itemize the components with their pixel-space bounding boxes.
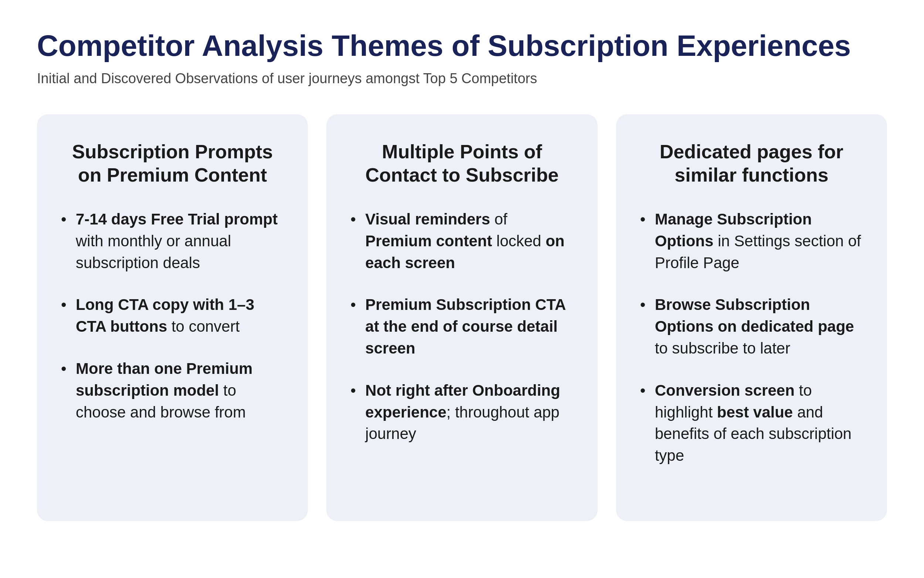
bold-text: Browse Subscription Options on dedicated… — [655, 296, 854, 335]
card-multiple-points: Multiple Points ofContact to Subscribe V… — [326, 114, 597, 521]
page-header: Competitor Analysis Themes of Subscripti… — [37, 29, 887, 88]
list-item: Premium Subscription CTA at the end of c… — [350, 294, 573, 359]
bold-text: Conversion screen — [655, 382, 795, 399]
card-3-title: Dedicated pages forsimilar functions — [640, 140, 863, 187]
list-item: Long CTA copy with 1–3 CTA buttons to co… — [61, 294, 284, 338]
list-item: Conversion screen to highlight best valu… — [640, 380, 863, 467]
card-1-list: 7-14 days Free Trial prompt with monthly… — [61, 209, 284, 423]
list-item: 7-14 days Free Trial prompt with monthly… — [61, 209, 284, 274]
bold-text: 7-14 days Free Trial prompt — [76, 210, 278, 228]
list-item: More than one Premium subscription model… — [61, 358, 284, 423]
card-1-title: Subscription Promptson Premium Content — [61, 140, 284, 187]
normal-text: with monthly or annual subscription deal… — [76, 232, 231, 271]
list-item: Browse Subscription Options on dedicated… — [640, 294, 863, 359]
card-2-list: Visual reminders of Premium content lock… — [350, 209, 573, 445]
card-3-list: Manage Subscription Options in Settings … — [640, 209, 863, 467]
card-2-title: Multiple Points ofContact to Subscribe — [350, 140, 573, 187]
cards-container: Subscription Promptson Premium Content 7… — [37, 114, 887, 521]
card-subscription-prompts: Subscription Promptson Premium Content 7… — [37, 114, 308, 521]
bold-text: Premium content — [365, 232, 492, 250]
page-title: Competitor Analysis Themes of Subscripti… — [37, 29, 887, 62]
list-item: Not right after Onboarding experience; t… — [350, 380, 573, 445]
bold-text: Premium Subscription CTA at the end of c… — [365, 296, 565, 357]
card-dedicated-pages: Dedicated pages forsimilar functions Man… — [616, 114, 887, 521]
page-subtitle: Initial and Discovered Observations of u… — [37, 69, 887, 88]
normal-text: to subscribe to later — [655, 339, 791, 357]
list-item: Manage Subscription Options in Settings … — [640, 209, 863, 274]
bold-text: best value — [717, 403, 793, 421]
normal-text: locked — [492, 232, 545, 250]
normal-text: of — [490, 210, 508, 228]
normal-text: to convert — [167, 318, 239, 335]
list-item: Visual reminders of Premium content lock… — [350, 209, 573, 274]
bold-text: Visual reminders — [365, 210, 490, 228]
